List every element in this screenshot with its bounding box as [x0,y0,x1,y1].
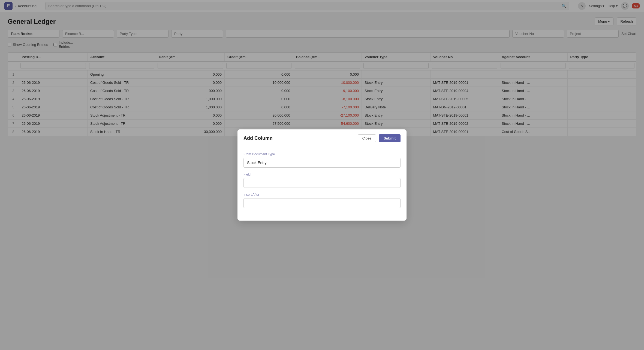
close-button[interactable]: Close [358,134,376,142]
modal-header: Add Column Close Submit [237,129,407,142]
add-column-modal: Add Column Close Submit From Document Ty… [237,129,407,142]
submit-button[interactable]: Submit [379,134,401,142]
modal-overlay[interactable]: Add Column Close Submit From Document Ty… [0,0,644,142]
modal-header-actions: Close Submit [358,134,401,142]
modal-title: Add Column [243,135,273,141]
